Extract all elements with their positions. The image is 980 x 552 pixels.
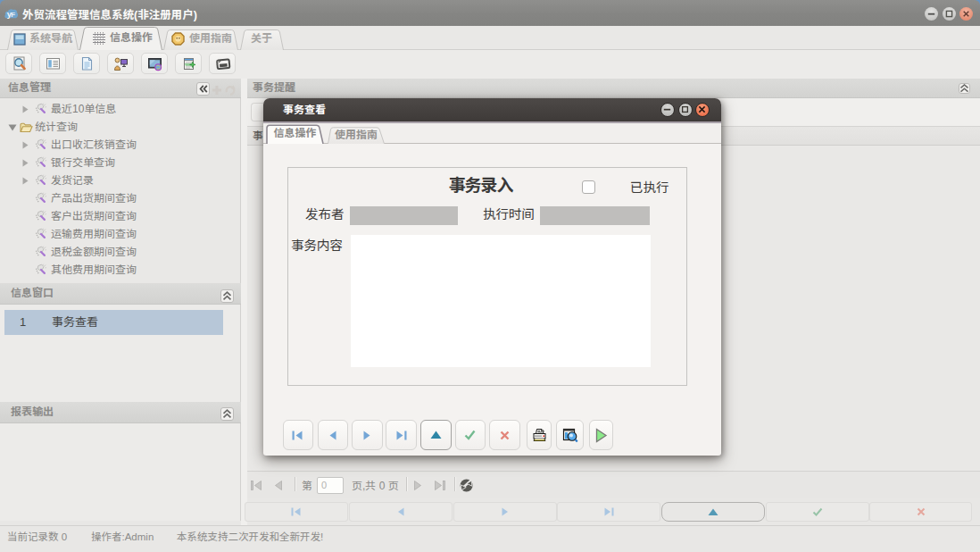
svg-text:F: F xyxy=(11,11,15,19)
